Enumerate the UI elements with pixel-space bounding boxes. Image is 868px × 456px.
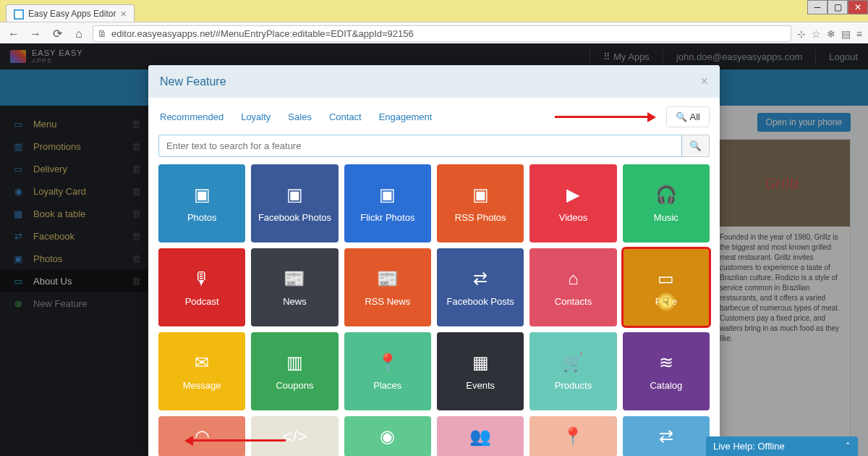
tab-close-icon[interactable]: × xyxy=(120,8,126,20)
browser-tab[interactable]: Easy Easy Apps Editor × xyxy=(6,4,135,22)
live-help-bar[interactable]: Live Help: Offline ˄ xyxy=(706,436,858,456)
annotation-arrow-right xyxy=(449,116,648,118)
feature-tile-rss-photos[interactable]: ▣RSS Photos xyxy=(437,164,524,242)
feature-tile-page[interactable]: ▭Page xyxy=(623,248,710,326)
reload-button[interactable]: ⟳ xyxy=(49,26,65,42)
chevron-up-icon: ˄ xyxy=(846,441,851,452)
tile-icon: ≋ xyxy=(659,352,673,373)
annotation-arrow-left xyxy=(192,439,286,442)
feature-tile-blank[interactable]: ◉ xyxy=(344,416,431,456)
close-window-button[interactable]: ✕ xyxy=(848,0,868,14)
tab-all[interactable]: 🔍All xyxy=(666,106,710,127)
tile-icon: </> xyxy=(282,426,307,447)
feature-tile-blank[interactable]: ⇄ xyxy=(623,416,710,456)
tile-label: Music xyxy=(654,212,678,223)
tile-label: Facebook Photos xyxy=(258,212,331,223)
bookmark-icon[interactable]: ⊹ xyxy=(797,28,806,40)
feature-tile-photos[interactable]: ▣Photos xyxy=(158,164,245,242)
menu-icon[interactable]: ≡ xyxy=(856,28,862,40)
feature-tile-flickr-photos[interactable]: ▣Flickr Photos xyxy=(344,164,431,242)
url-input[interactable]: 🗎 editor.easyeasyapps.net/#MenuEntryPlac… xyxy=(93,25,791,42)
feature-tile-contacts[interactable]: ⌂Contacts xyxy=(529,248,616,326)
tab-contact[interactable]: Contact xyxy=(329,111,362,122)
tab-favicon-icon xyxy=(14,9,24,19)
tile-icon: ⇄ xyxy=(659,426,673,447)
feature-tile-facebook-posts[interactable]: ⇄Facebook Posts xyxy=(437,248,524,326)
modal-close-icon[interactable]: × xyxy=(700,74,708,89)
tile-icon: ▣ xyxy=(286,185,303,205)
tile-icon: 👥 xyxy=(469,426,491,447)
tile-icon: 📰 xyxy=(284,269,305,289)
star-icon[interactable]: ☆ xyxy=(812,28,821,40)
new-feature-modal: New Feature × Recommended Loyalty Sales … xyxy=(148,65,720,456)
feature-tile-videos[interactable]: ▶Videos xyxy=(529,164,616,242)
modal-title: New Feature xyxy=(160,75,226,88)
maximize-button[interactable]: ▢ xyxy=(827,0,848,14)
tile-icon: 📰 xyxy=(377,269,399,289)
tab-sales[interactable]: Sales xyxy=(288,111,312,122)
feature-tile-events[interactable]: ▦Events xyxy=(437,332,524,410)
tile-label: Products xyxy=(555,380,592,391)
svg-rect-1 xyxy=(15,10,23,18)
url-text: editor.easyeasyapps.net/#MenuEntryPlace:… xyxy=(111,28,414,39)
feature-tile-rss-news[interactable]: 📰RSS News xyxy=(344,248,431,326)
feature-tile-blank[interactable]: ◠ xyxy=(158,416,245,456)
tile-icon: 🎧 xyxy=(655,185,677,205)
feature-tile-blank[interactable]: 📍 xyxy=(529,416,616,456)
tile-icon: 📍 xyxy=(562,426,584,447)
tile-icon: ▣ xyxy=(194,185,210,205)
feature-tile-catalog[interactable]: ≋Catalog xyxy=(623,332,710,410)
tile-icon: ✉ xyxy=(195,352,209,373)
forward-button[interactable]: → xyxy=(27,26,43,42)
tab-recommended[interactable]: Recommended xyxy=(160,111,224,122)
tile-label: Facebook Posts xyxy=(447,296,514,307)
tile-label: Contacts xyxy=(555,296,592,307)
back-button[interactable]: ← xyxy=(6,26,22,42)
feature-tile-facebook-photos[interactable]: ▣Facebook Photos xyxy=(251,164,338,242)
tile-label: Flickr Photos xyxy=(360,212,414,223)
tile-label: Videos xyxy=(559,212,588,223)
tile-icon: 🛒 xyxy=(562,352,584,373)
tile-icon: ⌂ xyxy=(568,269,579,289)
home-button[interactable]: ⌂ xyxy=(71,26,87,42)
tile-icon: ▶ xyxy=(566,185,579,205)
search-icon: 🔍 xyxy=(676,111,687,122)
page-icon: 🗎 xyxy=(98,28,107,39)
live-help-label: Live Help: Offline xyxy=(713,441,785,452)
search-button[interactable]: 🔍 xyxy=(682,135,710,157)
filter-tabs: Recommended Loyalty Sales Contact Engage… xyxy=(148,98,720,130)
feature-tile-places[interactable]: 📍Places xyxy=(344,332,431,410)
feature-tile-blank[interactable]: </> xyxy=(251,416,338,456)
tile-icon: ◉ xyxy=(380,426,395,447)
tile-label: RSS News xyxy=(365,296,410,307)
browser-tab-bar: Easy Easy Apps Editor × xyxy=(0,0,868,22)
feature-tile-message[interactable]: ✉Message xyxy=(158,332,245,410)
feature-tile-music[interactable]: 🎧Music xyxy=(623,164,710,242)
tile-label: Coupons xyxy=(276,380,313,391)
tab-engagement[interactable]: Engagement xyxy=(379,111,433,122)
tile-icon: ▣ xyxy=(472,185,489,205)
tab-title: Easy Easy Apps Editor xyxy=(28,9,116,19)
tile-label: Places xyxy=(373,380,401,391)
tile-label: RSS Photos xyxy=(455,212,506,223)
tile-icon: ◠ xyxy=(195,426,210,447)
cursor-icon xyxy=(656,292,676,312)
tile-icon: 📍 xyxy=(377,352,399,373)
feature-tile-blank[interactable]: 👥 xyxy=(437,416,524,456)
tab-loyalty[interactable]: Loyalty xyxy=(241,111,271,122)
minimize-button[interactable]: ─ xyxy=(807,0,827,14)
feature-search-input[interactable] xyxy=(158,135,682,157)
tile-label: Photos xyxy=(187,212,216,223)
address-bar: ← → ⟳ ⌂ 🗎 editor.easyeasyapps.net/#MenuE… xyxy=(0,22,868,46)
feature-tile-coupons[interactable]: ▥Coupons xyxy=(251,332,338,410)
tile-icon: ▣ xyxy=(379,185,396,205)
feature-tile-products[interactable]: 🛒Products xyxy=(529,332,616,410)
grid-icon[interactable]: ▤ xyxy=(841,28,851,40)
tile-label: Message xyxy=(183,380,221,391)
feature-tile-news[interactable]: 📰News xyxy=(251,248,338,326)
tile-label: News xyxy=(283,296,307,307)
snowflake-icon[interactable]: ❄ xyxy=(827,28,835,40)
feature-tile-podcast[interactable]: 🎙Podcast xyxy=(158,248,245,326)
tile-icon: ▥ xyxy=(286,352,303,373)
tile-label: Catalog xyxy=(650,380,682,391)
